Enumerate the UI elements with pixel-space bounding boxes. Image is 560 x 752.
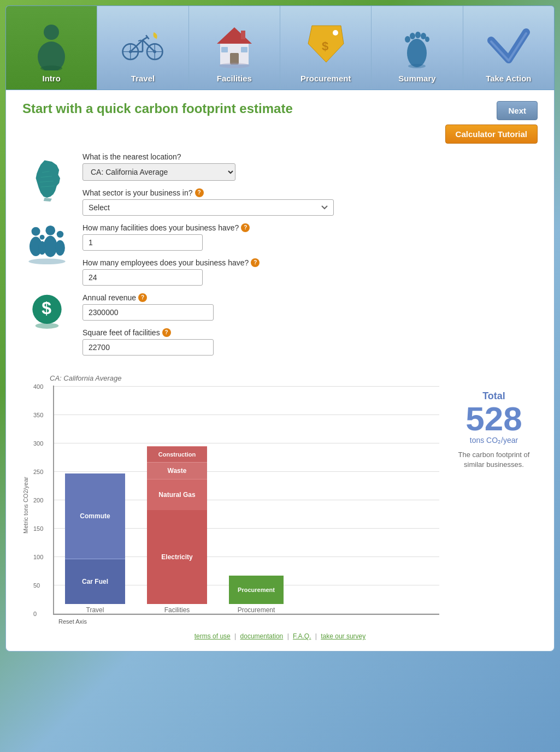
page-title: Start with a quick carbon footprint esti…: [22, 101, 293, 116]
travel-icon: [121, 21, 164, 70]
employees-help-icon[interactable]: ?: [251, 258, 260, 267]
sector-label: What sector is your business in? ?: [82, 188, 538, 197]
family-icon: [25, 223, 69, 267]
chart-section: CA: California Average Metric tons CO2/y…: [22, 374, 538, 625]
total-unit: tons CO₂/year: [450, 436, 538, 445]
svg-text:$: $: [322, 39, 328, 53]
total-number: 528: [450, 402, 538, 436]
svg-rect-22: [241, 47, 247, 52]
main-content: Start with a quick carbon footprint esti…: [5, 90, 555, 652]
form-icons: $: [22, 152, 72, 363]
intro-icon: [30, 21, 73, 70]
total-panel: Total 528 tons CO₂/year The carbon footp…: [450, 374, 538, 625]
chart-container: CA: California Average Metric tons CO2/y…: [22, 374, 439, 625]
sqft-label: Square feet of facilities ?: [82, 328, 538, 337]
svg-rect-21: [221, 47, 228, 52]
sqft-field-group: Square feet of facilities ?: [82, 328, 538, 356]
facilities-icon: [213, 21, 256, 70]
facilities-input[interactable]: [82, 234, 203, 251]
faq-link[interactable]: F.A.Q.: [293, 632, 311, 640]
take-action-icon: [487, 21, 530, 70]
revenue-help-icon[interactable]: ?: [138, 293, 147, 302]
y-axis-label: Metric tons CO2/year: [22, 477, 29, 534]
commute-bar: Commute: [65, 473, 125, 559]
facilities-label: How many facilities does your business h…: [82, 223, 538, 232]
svg-rect-20: [230, 53, 239, 64]
nav-item-summary[interactable]: Summary: [372, 6, 463, 90]
svg-point-29: [405, 36, 410, 43]
navigation-bar: Intro: [5, 5, 555, 90]
svg-point-39: [32, 227, 40, 236]
facilities-help-icon[interactable]: ?: [241, 223, 250, 232]
svg-point-46: [38, 241, 46, 254]
natgas-bar: Natural Gas: [147, 479, 207, 510]
carfuel-bar: Car Fuel: [65, 559, 125, 604]
facilities-field-group: How many facilities does your business h…: [82, 223, 538, 251]
svg-point-34: [408, 64, 426, 68]
svg-line-11: [143, 37, 148, 40]
chart-inner: 400 350 300 250 200 150 100 50 0: [31, 386, 439, 625]
chart-wrap: Metric tons CO2/year 400 350 300 250 200…: [22, 386, 439, 625]
revenue-input[interactable]: [82, 304, 214, 321]
nav-label-intro: Intro: [43, 74, 61, 83]
revenue-field-group: Annual revenue ?: [82, 293, 538, 321]
svg-rect-23: [241, 31, 245, 39]
svg-marker-18: [217, 27, 252, 44]
svg-point-33: [425, 37, 429, 42]
svg-point-50: [36, 323, 59, 329]
employees-input[interactable]: [82, 269, 203, 286]
facilities-bar-group: Construction Waste Natural Gas Electrici…: [147, 446, 207, 614]
svg-point-31: [415, 32, 421, 38]
bars-area: Commute Car Fuel Travel: [54, 446, 439, 614]
travel-bar-group: Commute Car Fuel Travel: [65, 473, 125, 614]
svg-point-44: [55, 240, 65, 256]
chart-title: CA: California Average: [50, 374, 439, 382]
nav-item-facilities[interactable]: Facilities: [189, 6, 280, 90]
construction-bar: Construction: [147, 446, 207, 462]
terms-link[interactable]: terms of use: [194, 632, 231, 640]
sector-select[interactable]: Select: [82, 199, 334, 216]
nav-label-facilities: Facilities: [217, 74, 252, 83]
survey-link[interactable]: take our survey: [321, 632, 366, 640]
next-button[interactable]: Next: [497, 101, 538, 120]
svg-point-47: [28, 258, 66, 264]
svg-point-43: [57, 231, 63, 238]
nav-label-procurement: Procurement: [300, 74, 351, 83]
procurement-icon: $: [304, 21, 347, 70]
svg-point-24: [219, 63, 250, 68]
sector-help-icon[interactable]: ?: [195, 188, 204, 197]
reset-axis-button[interactable]: Reset Axis: [58, 618, 439, 625]
nav-item-take-action[interactable]: Take Action: [463, 6, 554, 90]
tutorial-button[interactable]: Calculator Tutorial: [445, 125, 538, 144]
nav-label-travel: Travel: [131, 74, 155, 83]
nav-item-travel[interactable]: Travel: [97, 6, 188, 90]
chart-grid: 400 350 300 250 200 150 100 50 0: [53, 386, 439, 615]
header-row: Start with a quick carbon footprint esti…: [22, 101, 538, 120]
form-fields: What is the nearest location? CA: Califo…: [82, 152, 538, 363]
location-label: What is the nearest location?: [82, 152, 538, 161]
waste-bar: Waste: [147, 462, 207, 479]
procurement-bar: Procurement: [229, 576, 284, 604]
sqft-help-icon[interactable]: ?: [162, 328, 171, 337]
sqft-input[interactable]: [82, 339, 214, 356]
location-select[interactable]: CA: California Average: [82, 163, 235, 181]
nav-item-intro[interactable]: Intro: [6, 6, 97, 90]
svg-point-26: [333, 30, 338, 35]
svg-line-8: [143, 40, 155, 51]
summary-icon: [395, 21, 439, 70]
svg-text:$: $: [42, 298, 51, 318]
svg-point-30: [410, 33, 415, 39]
svg-point-0: [44, 25, 59, 40]
revenue-label: Annual revenue ?: [82, 293, 538, 302]
california-icon: [25, 158, 69, 202]
location-field-group: What is the nearest location? CA: Califo…: [82, 152, 538, 181]
nav-label-take-action: Take Action: [486, 74, 531, 83]
procurement-bar-group: Procurement Procurement: [229, 576, 284, 614]
svg-point-41: [45, 226, 55, 235]
sector-field-group: What sector is your business in? ? Selec…: [82, 188, 538, 216]
employees-field-group: How many employees does your business ha…: [82, 258, 538, 286]
total-description: The carbon footprint of similar business…: [450, 450, 538, 470]
travel-x-label: Travel: [86, 606, 104, 614]
nav-item-procurement[interactable]: $ Procurement: [280, 6, 372, 90]
documentation-link[interactable]: documentation: [240, 632, 284, 640]
